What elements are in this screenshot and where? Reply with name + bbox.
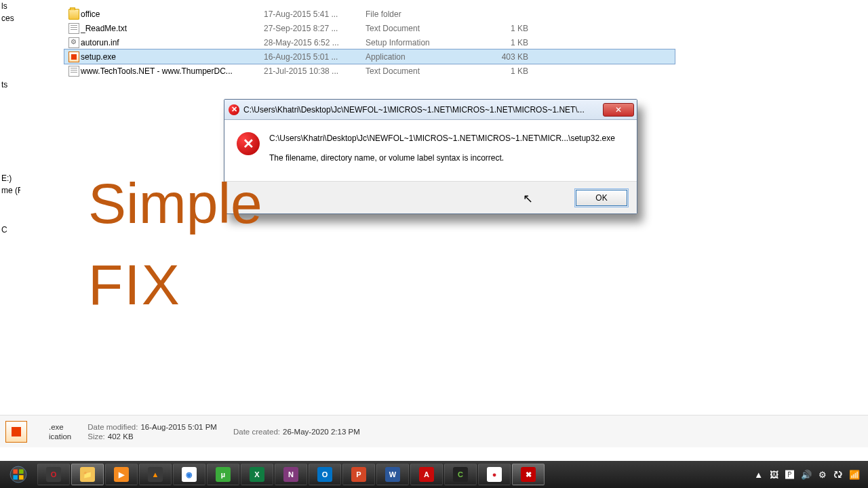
taskbar-item-chrome[interactable]: ◉ [173, 464, 205, 485]
file-list: office 17-Aug-2015 5:41 ... File folder … [64, 7, 675, 78]
file-row-readme[interactable]: _ReadMe.txt 27-Sep-2015 8:27 ... Text Do… [64, 21, 675, 35]
file-size: 1 KB [474, 24, 528, 33]
taskbar-item-vlc[interactable]: ▲ [139, 464, 172, 485]
file-row-techtools[interactable]: www.TechTools.NET - www.ThumperDC... 21-… [64, 64, 675, 78]
dialog-body: ✕ C:\Users\Khatri\Desktop\Jc\NEWFOL~1\MI… [224, 120, 637, 181]
svg-rect-1 [13, 469, 18, 474]
start-button[interactable] [4, 464, 33, 485]
taskbar-item-onenote[interactable]: N [275, 464, 307, 485]
file-type: Text Document [366, 66, 474, 76]
tray-display-icon[interactable]: 🖼 [770, 470, 778, 480]
dialog-titlebar[interactable]: ✕ C:\Users\Khatri\Desktop\Jc\NEWFOL~1\MI… [224, 100, 637, 120]
recorder-icon: ● [487, 467, 502, 482]
camtasia-icon: C [453, 467, 468, 482]
tray-app-icon[interactable]: 🅿 [785, 470, 794, 480]
taskbar-item-camtasia[interactable]: C [444, 464, 477, 485]
overlay-text-fix: FIX [88, 252, 181, 318]
outlook-icon: O [317, 467, 332, 482]
word-icon: W [385, 467, 400, 482]
file-row-autorun[interactable]: autorun.inf 28-May-2015 6:52 ... Setup I… [64, 35, 675, 49]
chrome-icon: ◉ [182, 467, 197, 482]
error-path: C:\Users\Khatri\Desktop\Jc\NEWFOL~1\MICR… [269, 132, 615, 145]
taskbar-item-word[interactable]: W [376, 464, 409, 485]
text-file-icon [68, 23, 79, 34]
error-icon: ✕ [237, 132, 260, 155]
svg-point-0 [10, 466, 26, 483]
error-icon: ✕ [229, 104, 239, 115]
taskbar-item-opera[interactable]: O [37, 464, 70, 485]
taskbar-item-excel[interactable]: X [241, 464, 273, 485]
details-modified: 16-Aug-2015 5:01 PM [140, 423, 217, 431]
error-dialog-task-icon: ✖ [521, 467, 536, 482]
svg-rect-4 [19, 475, 24, 480]
file-type: Text Document [366, 24, 474, 33]
file-date: 17-Aug-2015 5:41 ... [264, 9, 366, 19]
file-name: office [81, 9, 264, 19]
media-player-icon: ▶ [114, 467, 129, 482]
opera-icon: O [46, 467, 61, 482]
error-message: The filename, directory name, or volume … [269, 152, 615, 165]
taskbar-item-recorder[interactable]: ● [478, 464, 511, 485]
details-filetype: ication [49, 432, 71, 441]
exe-file-icon [68, 52, 79, 62]
dialog-title-text: C:\Users\Khatri\Desktop\Jc\NEWFOL~1\MICR… [243, 105, 603, 115]
details-filename: .exe [49, 423, 64, 431]
adobe-reader-icon: A [419, 467, 434, 482]
tray-settings-icon[interactable]: ⚙ [818, 470, 827, 480]
exe-file-icon [5, 421, 27, 443]
file-type: File folder [366, 9, 474, 19]
svg-rect-2 [19, 469, 24, 474]
details-modified-label: Date modified: [87, 423, 138, 431]
file-size: 1 KB [474, 38, 528, 47]
tray-volume-icon[interactable]: 🔊 [801, 470, 812, 480]
taskbar-item-file-explorer[interactable]: 📁 [71, 464, 104, 485]
folder-icon [68, 9, 79, 20]
file-date: 28-May-2015 6:52 ... [264, 38, 366, 47]
file-size: 1 KB [474, 66, 528, 76]
details-created-label: Date created: [233, 428, 280, 436]
file-date: 21-Jul-2015 10:38 ... [264, 66, 366, 76]
taskbar-item-utorrent[interactable]: µ [207, 464, 239, 485]
file-name: _ReadMe.txt [81, 24, 264, 33]
text-file-icon [68, 66, 79, 77]
taskbar-item-outlook[interactable]: O [309, 464, 341, 485]
taskbar-item-error-dialog-task[interactable]: ✖ [512, 464, 545, 485]
file-row-setup-selected[interactable]: setup.exe 16-Aug-2015 5:01 ... Applicati… [64, 49, 675, 64]
taskbar: O📁▶▲◉µXNOPWAC●✖ ▲ 🖼 🅿 🔊 ⚙ 🗘 📶 [0, 461, 868, 488]
details-created: 26-May-2020 2:13 PM [283, 428, 360, 436]
sidebar-text: ls [0, 0, 20, 12]
nav-sidebar-fragment: ls ces ts E:) me (F:) C [0, 0, 20, 420]
excel-icon: X [250, 467, 264, 482]
taskbar-item-media-player[interactable]: ▶ [105, 464, 138, 485]
tray-sync-icon[interactable]: 🗘 [833, 470, 842, 480]
file-size: 403 KB [474, 52, 528, 62]
windows-logo-icon [9, 466, 27, 483]
system-tray: ▲ 🖼 🅿 🔊 ⚙ 🗘 📶 [754, 470, 864, 480]
file-name: autorun.inf [81, 38, 264, 47]
taskbar-item-powerpoint[interactable]: P [342, 464, 375, 485]
close-button[interactable]: ✕ [603, 103, 634, 117]
taskbar-item-adobe-reader[interactable]: A [410, 464, 443, 485]
details-pane: .exe ication Date modified:16-Aug-2015 5… [0, 415, 868, 447]
utorrent-icon: µ [216, 467, 231, 482]
sidebar-text: ts [0, 79, 20, 91]
file-name: setup.exe [81, 52, 264, 62]
powerpoint-icon: P [351, 467, 366, 482]
file-row-office[interactable]: office 17-Aug-2015 5:41 ... File folder [64, 7, 675, 21]
file-type: Application [366, 52, 474, 62]
ok-button[interactable]: OK [576, 190, 627, 206]
inf-file-icon [68, 37, 79, 48]
sidebar-text: E:) [0, 172, 20, 184]
tray-network-icon[interactable]: 📶 [849, 470, 860, 480]
cursor-icon: ↖ [523, 191, 533, 206]
tray-show-hidden-icon[interactable]: ▲ [754, 470, 763, 480]
file-name: www.TechTools.NET - www.ThumperDC... [81, 66, 264, 76]
error-dialog: ✕ C:\Users\Khatri\Desktop\Jc\NEWFOL~1\MI… [224, 99, 637, 214]
vlc-icon: ▲ [148, 467, 163, 482]
file-explorer-icon: 📁 [80, 467, 95, 482]
onenote-icon: N [283, 467, 298, 482]
dialog-footer: ↖ OK [224, 181, 637, 214]
details-size-label: Size: [87, 432, 105, 441]
svg-rect-3 [13, 475, 18, 480]
sidebar-text: C [0, 224, 20, 236]
